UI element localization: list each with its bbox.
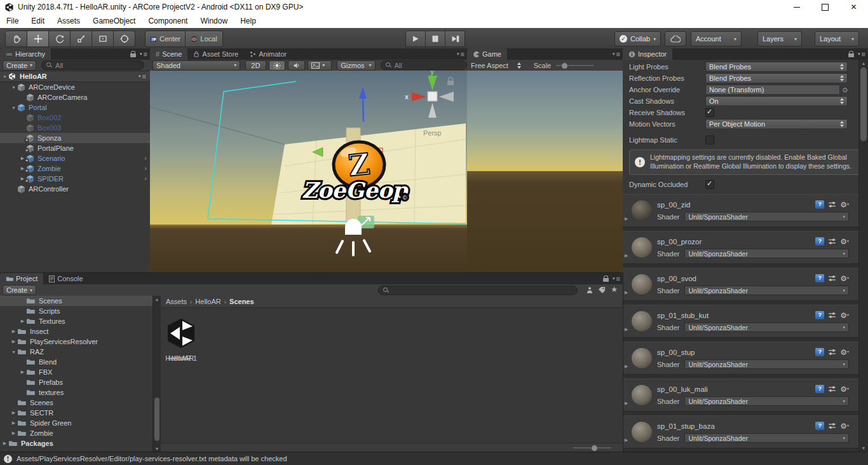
foldout-arrow-icon[interactable] bbox=[19, 370, 26, 375]
menu-item[interactable]: File bbox=[0, 17, 25, 25]
shader-dropdown[interactable]: Unlit/SponzaShader bbox=[684, 323, 849, 332]
material-block[interactable]: sp_00_svod ⚙ Shader Unlit/SponzaShader bbox=[623, 268, 859, 301]
foldout-arrow-icon[interactable] bbox=[10, 339, 17, 344]
hierarchy-item[interactable]: Box003 bbox=[0, 123, 150, 133]
menu-item[interactable]: Help bbox=[234, 17, 262, 25]
help-icon[interactable] bbox=[815, 200, 824, 209]
foldout-arrow-icon[interactable] bbox=[10, 410, 17, 415]
menu-item[interactable]: Assets bbox=[51, 17, 86, 25]
shader-dropdown[interactable]: Unlit/SponzaShader bbox=[684, 359, 849, 369]
breadcrumb-assets[interactable]: Assets bbox=[166, 298, 187, 305]
project-tree-scrollbar[interactable]: ▲ ▼ bbox=[153, 296, 161, 452]
game-viewport[interactable] bbox=[467, 71, 623, 272]
help-icon[interactable] bbox=[815, 385, 824, 393]
tab-scene[interactable]: #Scene bbox=[150, 48, 187, 60]
menu-item[interactable]: Component bbox=[142, 17, 194, 25]
project-folder-row[interactable]: Textures bbox=[0, 316, 160, 326]
account-dropdown[interactable]: Account▾ bbox=[691, 31, 742, 46]
hierarchy-item[interactable]: ARCoreDevice bbox=[0, 82, 150, 92]
project-folder-row[interactable]: PlayServicesResolver bbox=[0, 337, 160, 347]
create-dropdown[interactable]: Create▾ bbox=[3, 60, 36, 71]
hierarchy-item[interactable]: ARController bbox=[0, 184, 150, 194]
hand-tool-button[interactable] bbox=[5, 31, 27, 47]
status-bar[interactable]: Assets/PlayServicesResolver/Editor/play-… bbox=[0, 452, 868, 465]
field-dropdown[interactable]: Blend Probes bbox=[705, 62, 848, 72]
panel-menu-icon[interactable] bbox=[140, 50, 147, 58]
lighting-toggle-button[interactable] bbox=[269, 60, 286, 71]
gear-icon[interactable]: ⚙ bbox=[840, 348, 849, 356]
project-folder-row[interactable]: Scenes bbox=[0, 296, 160, 306]
project-folder-row[interactable]: Blend bbox=[0, 357, 160, 367]
help-icon[interactable] bbox=[815, 237, 824, 246]
lock-icon[interactable] bbox=[130, 51, 136, 59]
gear-icon[interactable]: ⚙ bbox=[840, 274, 849, 282]
project-folder-row[interactable]: RAZ bbox=[0, 347, 160, 357]
effects-dropdown[interactable]: ▾ bbox=[308, 60, 332, 71]
gear-icon[interactable]: ⚙ bbox=[840, 385, 849, 393]
scrollbar-thumb[interactable] bbox=[154, 398, 159, 441]
scroll-up-icon[interactable]: ▲ bbox=[153, 297, 161, 302]
hierarchy-item[interactable]: Zombie bbox=[0, 163, 150, 174]
search-by-label-icon[interactable] bbox=[598, 286, 606, 295]
rotation-toggle-button[interactable]: Local bbox=[186, 31, 223, 47]
project-folder-row[interactable]: Insect bbox=[0, 326, 160, 337]
project-folder-row[interactable]: Scenes bbox=[0, 398, 160, 408]
material-block[interactable]: sp_00_stup ⚙ Shader Unlit/SponzaShader bbox=[623, 342, 859, 375]
icon-size-slider[interactable] bbox=[573, 447, 611, 448]
close-button[interactable]: ✕ bbox=[839, 0, 868, 14]
help-icon[interactable] bbox=[815, 311, 824, 319]
hierarchy-item[interactable]: HelloAR bbox=[0, 71, 150, 82]
help-icon[interactable] bbox=[815, 422, 824, 430]
hierarchy-search-input[interactable]: All bbox=[41, 60, 144, 70]
aspect-dropdown[interactable]: Free Aspect bbox=[471, 62, 508, 69]
move-tool-button[interactable] bbox=[27, 31, 49, 47]
hierarchy-item[interactable]: Portal bbox=[0, 102, 150, 113]
gear-icon[interactable]: ⚙ bbox=[840, 422, 849, 430]
scene-search-input[interactable]: All bbox=[381, 60, 467, 70]
material-block[interactable]: sp_00_luk_mali ⚙ Shader Unlit/SponzaShad… bbox=[623, 378, 859, 412]
project-folder-row[interactable]: Prefabs bbox=[0, 377, 160, 387]
layout-dropdown[interactable]: Layout▾ bbox=[815, 31, 859, 46]
scene-menu-icon[interactable] bbox=[139, 73, 146, 80]
material-block[interactable]: sp_01_stub_kut ⚙ Shader Unlit/SponzaShad… bbox=[623, 305, 859, 338]
pivot-toggle-button[interactable]: Center bbox=[145, 31, 186, 47]
material-foldout-icon[interactable] bbox=[625, 290, 628, 295]
search-by-type-icon[interactable] bbox=[586, 286, 593, 295]
transform-tool-button[interactable] bbox=[114, 31, 135, 47]
collab-dropdown[interactable]: ✓ Collab ▾ bbox=[614, 31, 661, 46]
presets-icon[interactable] bbox=[828, 385, 836, 393]
project-folder-row[interactable]: Zombie bbox=[0, 428, 160, 438]
foldout-arrow-icon[interactable] bbox=[1, 441, 8, 446]
material-foldout-icon[interactable] bbox=[625, 401, 628, 406]
field-checkbox[interactable] bbox=[705, 108, 714, 117]
scale-slider[interactable] bbox=[556, 65, 594, 66]
shader-dropdown[interactable]: Unlit/SponzaShader bbox=[684, 433, 849, 443]
project-search-input[interactable] bbox=[378, 286, 578, 295]
material-block[interactable]: sp_00_zid ⚙ Shader Unlit/SponzaShader bbox=[623, 194, 859, 227]
shading-mode-dropdown[interactable]: Shaded▾ bbox=[153, 60, 240, 71]
menu-item[interactable]: GameObject bbox=[86, 17, 142, 25]
material-foldout-icon[interactable] bbox=[625, 364, 628, 369]
lock-icon[interactable] bbox=[603, 275, 609, 283]
cloud-button[interactable] bbox=[665, 31, 686, 46]
presets-icon[interactable] bbox=[828, 237, 836, 246]
menu-item[interactable]: Edit bbox=[25, 17, 51, 25]
dynamic-occluded-checkbox[interactable] bbox=[705, 180, 714, 189]
gear-icon[interactable]: ⚙ bbox=[840, 200, 849, 209]
presets-icon[interactable] bbox=[828, 348, 836, 356]
tab-inspector[interactable]: Inspector bbox=[623, 48, 672, 60]
panel-menu-icon[interactable] bbox=[858, 50, 865, 58]
lock-icon[interactable] bbox=[848, 51, 854, 59]
hierarchy-item[interactable]: Box002 bbox=[0, 113, 150, 123]
object-picker-icon[interactable]: ⊙ bbox=[843, 87, 848, 94]
hierarchy-item[interactable]: ARCoreCamera bbox=[0, 92, 150, 102]
project-folder-row[interactable]: SECTR bbox=[0, 408, 160, 418]
layers-dropdown[interactable]: Layers▾ bbox=[757, 31, 802, 46]
material-foldout-icon[interactable] bbox=[625, 327, 628, 332]
minimize-button[interactable] bbox=[782, 0, 811, 14]
material-block[interactable]: sp_00_prozor ⚙ Shader Unlit/SponzaShader bbox=[623, 231, 859, 264]
gear-icon[interactable]: ⚙ bbox=[840, 311, 849, 319]
project-folder-row[interactable]: FBX bbox=[0, 367, 160, 377]
asset-tile[interactable]: HelloAR 1 bbox=[161, 317, 201, 362]
shader-dropdown[interactable]: Unlit/SponzaShader bbox=[684, 396, 849, 406]
